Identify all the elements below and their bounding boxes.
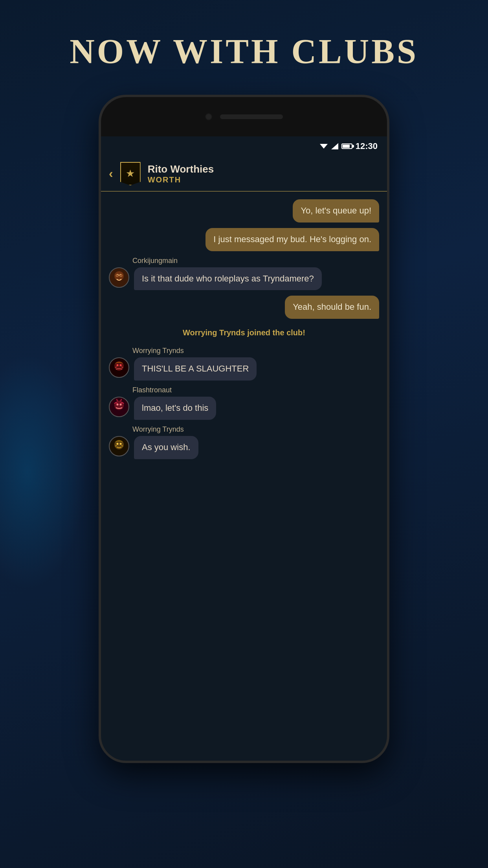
svg-point-10 [114,361,124,371]
bubble-received-3: Is it that dude who roleplays as Tryndam… [134,267,322,291]
club-emblem: ★ [120,162,141,186]
svg-point-23 [117,443,119,445]
bubble-received-6: THIS'LL BE A SLAUGHTER [134,357,257,381]
svg-rect-7 [120,274,122,277]
avatar-flash [109,397,129,417]
bubble-sent-4: Yeah, should be fun. [285,296,379,319]
phone-side-button [387,215,389,246]
svg-point-12 [120,364,122,366]
svg-marker-0 [320,144,328,149]
svg-rect-6 [116,274,118,277]
page-title: NOW WITH CLUBS [70,31,418,71]
star-icon: ★ [126,167,135,180]
club-info: Rito Worthies WORTH [148,163,379,184]
avatar-corki [109,267,129,288]
phone-top-bar [101,97,387,136]
svg-point-24 [120,443,122,445]
msg-received-7: Flashtronaut [109,386,216,420]
sender-name-7: Flashtronaut [132,386,216,394]
camera-dot [205,113,212,120]
avatar-worrying [109,357,129,378]
club-name: Rito Worthies [148,163,379,175]
sender-name-8: Worrying Trynds [132,425,198,434]
bubble-sent-1: Yo, let's queue up! [293,199,379,223]
status-time: 12:30 [356,141,378,151]
phone-screen: 12:30 ‹ ★ Rito Worthies WORTH Yo, let's … [101,136,387,763]
svg-point-18 [120,403,122,405]
bubble-received-7: lmao, let's do this [134,397,216,420]
system-rest: joined the club! [245,328,305,337]
bubble-sent-2: I just messaged my bud. He's logging on. [205,228,379,251]
phone-frame: 12:30 ‹ ★ Rito Worthies WORTH Yo, let's … [99,95,389,763]
chat-area[interactable]: Yo, let's queue up! I just messaged my b… [101,191,387,763]
msg-sent-1: Yo, let's queue up! [293,199,379,223]
msg-sent-2: I just messaged my bud. He's logging on. [205,228,379,251]
msg-received-8: Worrying Trynds [109,425,198,459]
svg-point-17 [117,403,119,405]
status-icons: 12:30 [319,141,378,151]
msg-received-6: Worrying Trynds [109,347,257,381]
svg-marker-1 [331,143,338,149]
back-button[interactable]: ‹ [109,166,113,181]
battery-icon [341,143,352,149]
sender-name-3: Corkijungmain [132,257,322,265]
msg-received-3: Corkijungmain [109,257,322,291]
system-message: Worrying Trynds joined the club! [109,324,379,341]
speaker-bar [220,114,283,119]
club-tag: WORTH [148,175,379,184]
avatar-worrying2 [109,436,129,456]
bubble-received-8: As you wish. [134,436,198,459]
msg-sent-4: Yeah, should be fun. [285,296,379,319]
system-bold: Worrying Trynds [183,328,245,337]
status-bar: 12:30 [101,136,387,156]
sender-name-6: Worrying Trynds [132,347,257,355]
svg-point-11 [117,364,119,366]
signal-icon [331,143,338,149]
chat-header: ‹ ★ Rito Worthies WORTH [101,156,387,191]
wifi-icon [319,143,328,149]
